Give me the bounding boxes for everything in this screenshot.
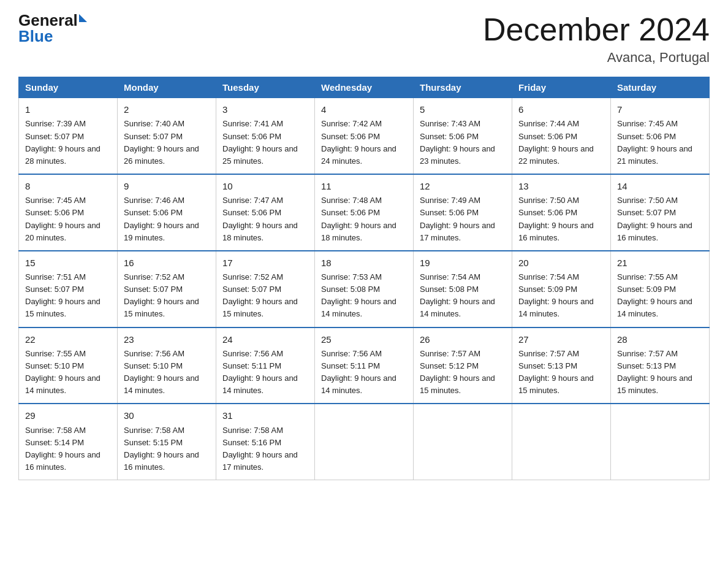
day-number: 5 xyxy=(420,102,506,117)
day-number: 7 xyxy=(617,102,703,117)
calendar-cell: 18Sunrise: 7:53 AMSunset: 5:08 PMDayligh… xyxy=(315,251,414,327)
day-number: 11 xyxy=(321,179,407,193)
calendar-cell: 26Sunrise: 7:57 AMSunset: 5:12 PMDayligh… xyxy=(414,327,512,404)
calendar-cell: 14Sunrise: 7:50 AMSunset: 5:07 PMDayligh… xyxy=(611,174,710,251)
calendar-cell: 22Sunrise: 7:55 AMSunset: 5:10 PMDayligh… xyxy=(19,327,118,404)
logo-triangle-icon xyxy=(79,14,87,22)
day-info: Sunrise: 7:58 AMSunset: 5:16 PMDaylight:… xyxy=(222,424,308,474)
day-info: Sunrise: 7:55 AMSunset: 5:09 PMDaylight:… xyxy=(617,271,703,321)
calendar-cell: 3Sunrise: 7:41 AMSunset: 5:06 PMDaylight… xyxy=(216,98,315,174)
day-info: Sunrise: 7:50 AMSunset: 5:07 PMDaylight:… xyxy=(617,194,703,244)
calendar-week-row: 29Sunrise: 7:58 AMSunset: 5:14 PMDayligh… xyxy=(19,404,710,480)
day-number: 6 xyxy=(518,102,604,117)
calendar-cell: 20Sunrise: 7:54 AMSunset: 5:09 PMDayligh… xyxy=(512,251,611,327)
header-sunday: Sunday xyxy=(19,77,118,98)
calendar-cell: 11Sunrise: 7:48 AMSunset: 5:06 PMDayligh… xyxy=(315,174,414,251)
day-number: 29 xyxy=(25,408,111,423)
calendar-cell: 13Sunrise: 7:50 AMSunset: 5:06 PMDayligh… xyxy=(512,174,611,251)
day-number: 22 xyxy=(25,332,111,347)
calendar-cell: 16Sunrise: 7:52 AMSunset: 5:07 PMDayligh… xyxy=(118,251,216,327)
calendar-cell xyxy=(611,404,710,480)
day-info: Sunrise: 7:57 AMSunset: 5:12 PMDaylight:… xyxy=(420,348,506,397)
day-number: 14 xyxy=(617,179,703,193)
day-info: Sunrise: 7:42 AMSunset: 5:06 PMDaylight:… xyxy=(321,118,407,167)
day-info: Sunrise: 7:54 AMSunset: 5:09 PMDaylight:… xyxy=(518,271,604,321)
calendar-cell: 1Sunrise: 7:39 AMSunset: 5:07 PMDaylight… xyxy=(19,98,118,174)
calendar-cell: 28Sunrise: 7:57 AMSunset: 5:13 PMDayligh… xyxy=(611,327,710,404)
calendar-cell: 5Sunrise: 7:43 AMSunset: 5:06 PMDaylight… xyxy=(414,98,512,174)
day-info: Sunrise: 7:46 AMSunset: 5:06 PMDaylight:… xyxy=(124,194,210,244)
day-number: 31 xyxy=(222,408,308,423)
header-saturday: Saturday xyxy=(611,77,710,98)
day-info: Sunrise: 7:58 AMSunset: 5:14 PMDaylight:… xyxy=(25,424,111,474)
day-info: Sunrise: 7:57 AMSunset: 5:13 PMDaylight:… xyxy=(617,348,703,397)
day-number: 13 xyxy=(518,179,604,193)
calendar-cell: 15Sunrise: 7:51 AMSunset: 5:07 PMDayligh… xyxy=(19,251,118,327)
day-number: 3 xyxy=(222,102,308,117)
day-info: Sunrise: 7:48 AMSunset: 5:06 PMDaylight:… xyxy=(321,194,407,244)
day-info: Sunrise: 7:45 AMSunset: 5:06 PMDaylight:… xyxy=(25,194,111,244)
calendar-cell xyxy=(512,404,611,480)
calendar-table: SundayMondayTuesdayWednesdayThursdayFrid… xyxy=(18,77,710,480)
calendar-cell: 23Sunrise: 7:56 AMSunset: 5:10 PMDayligh… xyxy=(118,327,216,404)
calendar-cell: 17Sunrise: 7:52 AMSunset: 5:07 PMDayligh… xyxy=(216,251,315,327)
day-info: Sunrise: 7:44 AMSunset: 5:06 PMDaylight:… xyxy=(518,118,604,167)
day-number: 16 xyxy=(124,256,210,270)
day-info: Sunrise: 7:39 AMSunset: 5:07 PMDaylight:… xyxy=(25,118,111,167)
day-number: 9 xyxy=(124,179,210,193)
calendar-cell: 30Sunrise: 7:58 AMSunset: 5:15 PMDayligh… xyxy=(118,404,216,480)
calendar-cell: 25Sunrise: 7:56 AMSunset: 5:11 PMDayligh… xyxy=(315,327,414,404)
day-number: 10 xyxy=(222,179,308,193)
day-number: 1 xyxy=(25,102,111,117)
day-number: 18 xyxy=(321,256,407,270)
calendar-cell: 12Sunrise: 7:49 AMSunset: 5:06 PMDayligh… xyxy=(414,174,512,251)
day-number: 21 xyxy=(617,256,703,270)
logo: General Blue xyxy=(18,12,87,44)
day-number: 8 xyxy=(25,179,111,193)
day-number: 15 xyxy=(25,256,111,270)
day-info: Sunrise: 7:56 AMSunset: 5:11 PMDaylight:… xyxy=(222,348,308,397)
day-info: Sunrise: 7:55 AMSunset: 5:10 PMDaylight:… xyxy=(25,348,111,397)
day-info: Sunrise: 7:56 AMSunset: 5:11 PMDaylight:… xyxy=(321,348,407,397)
header-tuesday: Tuesday xyxy=(216,77,315,98)
logo-general-text: General xyxy=(18,12,78,28)
calendar-cell: 4Sunrise: 7:42 AMSunset: 5:06 PMDaylight… xyxy=(315,98,414,174)
calendar-subtitle: Avanca, Portugal xyxy=(483,50,710,66)
day-number: 4 xyxy=(321,102,407,117)
day-number: 27 xyxy=(518,332,604,347)
calendar-header-row: SundayMondayTuesdayWednesdayThursdayFrid… xyxy=(19,77,710,98)
header-monday: Monday xyxy=(118,77,216,98)
day-number: 24 xyxy=(222,332,308,347)
day-info: Sunrise: 7:45 AMSunset: 5:06 PMDaylight:… xyxy=(617,118,703,167)
day-number: 12 xyxy=(420,179,506,193)
day-number: 28 xyxy=(617,332,703,347)
day-info: Sunrise: 7:50 AMSunset: 5:06 PMDaylight:… xyxy=(518,194,604,244)
header-friday: Friday xyxy=(512,77,611,98)
day-info: Sunrise: 7:58 AMSunset: 5:15 PMDaylight:… xyxy=(124,424,210,474)
day-number: 19 xyxy=(420,256,506,270)
calendar-cell: 10Sunrise: 7:47 AMSunset: 5:06 PMDayligh… xyxy=(216,174,315,251)
calendar-week-row: 22Sunrise: 7:55 AMSunset: 5:10 PMDayligh… xyxy=(19,327,710,404)
calendar-week-row: 1Sunrise: 7:39 AMSunset: 5:07 PMDaylight… xyxy=(19,98,710,174)
day-info: Sunrise: 7:51 AMSunset: 5:07 PMDaylight:… xyxy=(25,271,111,321)
day-info: Sunrise: 7:54 AMSunset: 5:08 PMDaylight:… xyxy=(420,271,506,321)
page-header: General Blue December 2024 Avanca, Portu… xyxy=(18,12,710,66)
calendar-title: December 2024 xyxy=(483,12,710,47)
day-number: 17 xyxy=(222,256,308,270)
day-number: 2 xyxy=(124,102,210,117)
logo-blue-text: Blue xyxy=(18,28,53,44)
calendar-cell xyxy=(315,404,414,480)
calendar-cell: 27Sunrise: 7:57 AMSunset: 5:13 PMDayligh… xyxy=(512,327,611,404)
calendar-cell: 8Sunrise: 7:45 AMSunset: 5:06 PMDaylight… xyxy=(19,174,118,251)
calendar-cell xyxy=(414,404,512,480)
day-info: Sunrise: 7:56 AMSunset: 5:10 PMDaylight:… xyxy=(124,348,210,397)
calendar-cell: 24Sunrise: 7:56 AMSunset: 5:11 PMDayligh… xyxy=(216,327,315,404)
day-info: Sunrise: 7:52 AMSunset: 5:07 PMDaylight:… xyxy=(124,271,210,321)
day-info: Sunrise: 7:53 AMSunset: 5:08 PMDaylight:… xyxy=(321,271,407,321)
day-info: Sunrise: 7:41 AMSunset: 5:06 PMDaylight:… xyxy=(222,118,308,167)
calendar-cell: 19Sunrise: 7:54 AMSunset: 5:08 PMDayligh… xyxy=(414,251,512,327)
header-wednesday: Wednesday xyxy=(315,77,414,98)
calendar-cell: 21Sunrise: 7:55 AMSunset: 5:09 PMDayligh… xyxy=(611,251,710,327)
calendar-cell: 9Sunrise: 7:46 AMSunset: 5:06 PMDaylight… xyxy=(118,174,216,251)
day-info: Sunrise: 7:52 AMSunset: 5:07 PMDaylight:… xyxy=(222,271,308,321)
